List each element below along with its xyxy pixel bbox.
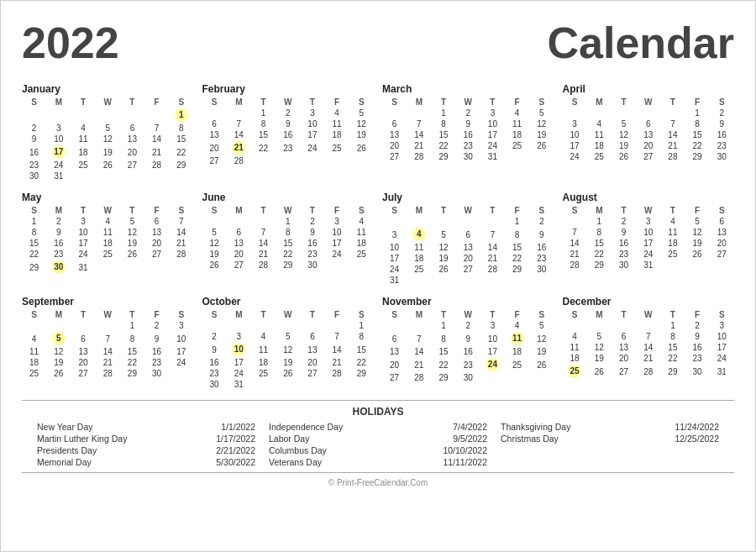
cal-day: 11 — [349, 227, 374, 238]
cal-day: 18 — [96, 238, 120, 249]
cal-day: 9 — [300, 227, 324, 238]
day-header: S — [529, 309, 554, 320]
day-header: T — [251, 309, 276, 320]
cal-day: 14 — [563, 238, 587, 249]
cal-day: 24 — [382, 264, 407, 275]
cal-day: 28 — [251, 260, 276, 271]
cal-day — [251, 216, 276, 227]
cal-day: 19 — [202, 249, 227, 260]
cal-day: 26 — [46, 368, 71, 379]
cal-day: 17 — [480, 129, 505, 140]
day-header: W — [636, 309, 660, 320]
cal-day: 21 — [325, 357, 349, 368]
day-header: T — [612, 205, 636, 216]
day-header: T — [431, 97, 455, 108]
cal-day: 1 — [660, 320, 685, 331]
month-name: June — [202, 192, 375, 203]
cal-day — [276, 155, 300, 166]
cal-day: 26 — [587, 364, 612, 379]
holiday-date-value: 2/21/2022 — [216, 445, 255, 455]
cal-day — [349, 155, 374, 166]
holiday-date-value: 5/30/2022 — [216, 457, 255, 467]
month-january: JanuarySMTWTFS12345678910111213141516171… — [22, 83, 194, 181]
cal-day: 16 — [710, 129, 734, 140]
cal-day: 15 — [169, 134, 193, 145]
day-header: S — [382, 309, 407, 320]
cal-day: 5 — [349, 108, 374, 118]
cal-day: 11 — [71, 134, 95, 145]
cal-day: 11 — [563, 342, 587, 353]
cal-day: 21 — [96, 357, 120, 368]
cal-day: 20 — [202, 140, 227, 155]
cal-table: SMTWTFS123456789101112131415161718192021… — [382, 97, 554, 162]
cal-day: 21 — [407, 357, 431, 372]
cal-day: 26 — [349, 140, 374, 155]
cal-day: 30 — [22, 171, 46, 181]
cal-day: 19 — [587, 353, 612, 364]
cal-day — [431, 275, 455, 286]
cal-day — [563, 320, 587, 331]
cal-day: 10 — [46, 134, 71, 145]
cal-day: 3 — [480, 108, 505, 118]
cal-day: 4 — [71, 123, 95, 134]
cal-day: 25 — [660, 249, 685, 260]
month-name: February — [202, 83, 375, 95]
month-february: FebruarySMTWTFS1234567891011121314151617… — [202, 83, 375, 181]
day-header: M — [407, 309, 431, 320]
cal-day: 18 — [407, 253, 431, 264]
cal-day: 20 — [710, 238, 734, 249]
day-header: M — [46, 97, 71, 108]
cal-day: 26 — [120, 249, 144, 260]
cal-day: 6 — [202, 118, 227, 129]
cal-day: 11 — [96, 227, 120, 238]
holiday-column: Thanksgiving Day11/24/2022Christmas Day1… — [494, 422, 726, 467]
day-header: S — [349, 205, 374, 216]
cal-day — [227, 108, 251, 118]
cal-day: 10 — [636, 227, 660, 238]
cal-day: 2 — [22, 123, 46, 134]
cal-day: 3 — [382, 227, 407, 242]
day-header: W — [276, 97, 300, 108]
cal-day: 20 — [382, 357, 407, 372]
cal-day: 17 — [227, 357, 251, 368]
holiday-column: New Year Day1/1/2022Martin Luther King D… — [30, 422, 262, 467]
cal-day: 20 — [300, 357, 324, 368]
cal-day — [96, 260, 120, 275]
cal-day: 27 — [300, 368, 324, 379]
cal-day: 11 — [505, 118, 529, 129]
cal-day: 4 — [349, 216, 374, 227]
cal-day: 21 — [660, 140, 685, 151]
cal-day: 18 — [71, 145, 95, 160]
cal-day — [46, 320, 71, 331]
day-header: M — [587, 309, 612, 320]
cal-day: 30 — [710, 151, 734, 162]
day-header: W — [456, 97, 480, 108]
cal-day: 9 — [202, 342, 227, 357]
cal-day: 19 — [529, 129, 554, 140]
holiday-name: Memorial Day — [37, 457, 98, 467]
day-header: T — [300, 97, 324, 108]
cal-day: 24 — [169, 357, 193, 368]
cal-day: 22 — [660, 353, 685, 364]
holiday-item: Labor Day9/5/2022 — [262, 434, 494, 444]
cal-day: 23 — [276, 140, 300, 155]
cal-day: 7 — [660, 118, 685, 129]
holiday-name: Martin Luther King Day — [37, 434, 134, 444]
cal-day: 16 — [276, 129, 300, 140]
day-header: S — [710, 97, 734, 108]
cal-day: 23 — [456, 357, 480, 372]
cal-day: 8 — [276, 227, 300, 238]
cal-day — [505, 275, 529, 286]
cal-day: 1 — [22, 216, 46, 227]
day-header: T — [480, 205, 505, 216]
cal-day: 6 — [144, 216, 169, 227]
cal-day: 2 — [710, 108, 734, 118]
holiday-date-value: 10/10/2022 — [443, 445, 487, 455]
cal-day: 22 — [431, 140, 455, 151]
cal-day: 12 — [120, 227, 144, 238]
cal-table: SMTWTFS123456789101112131415161718192021… — [22, 97, 194, 181]
cal-day: 8 — [685, 118, 710, 129]
day-header: M — [587, 205, 612, 216]
cal-day: 1 — [685, 108, 710, 118]
cal-day — [96, 320, 120, 331]
